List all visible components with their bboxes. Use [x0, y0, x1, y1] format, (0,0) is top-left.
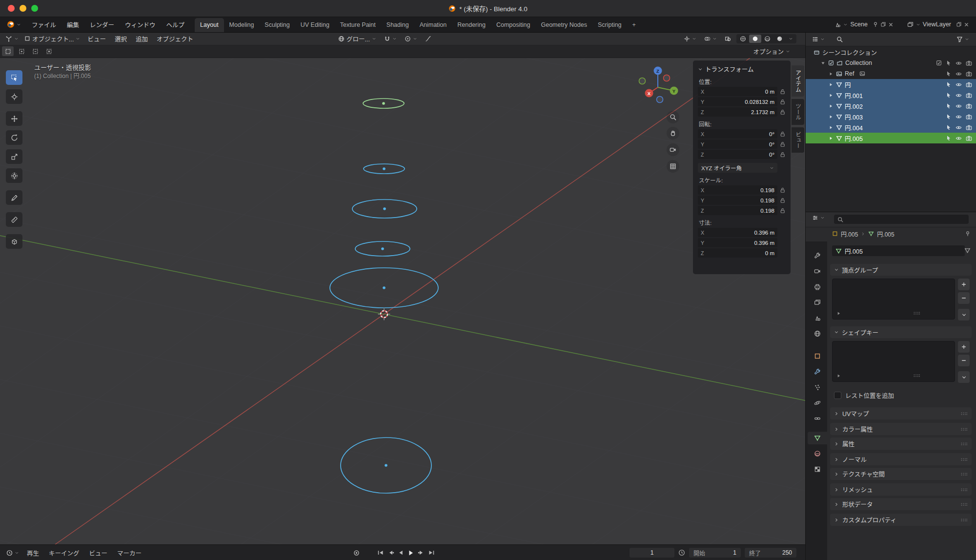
shading-options-button[interactable] — [786, 36, 796, 42]
select-mode-set[interactable] — [2, 46, 14, 56]
outliner-row-circle-001[interactable]: 円.001 — [806, 90, 976, 100]
visibility-eye-icon[interactable] — [956, 60, 962, 66]
outliner-search-button[interactable] — [834, 35, 845, 43]
workspace-tab-animation[interactable]: Animation — [414, 18, 452, 32]
disclosure-triangle-icon[interactable] — [828, 93, 834, 98]
lock-icon[interactable] — [779, 141, 786, 147]
circle-object-origin[interactable] — [382, 102, 385, 105]
selectability-cursor-icon[interactable] — [946, 81, 952, 87]
disclosure-triangle-icon[interactable] — [828, 103, 834, 109]
lock-icon[interactable] — [779, 99, 786, 105]
toggle-perspective-button[interactable] — [667, 160, 679, 173]
checkbox-icon[interactable] — [936, 60, 942, 66]
workspace-tab-uv-editing[interactable]: UV Editing — [295, 18, 335, 32]
scale-y-field[interactable]: Y0.198 — [698, 196, 777, 205]
frame-end-field[interactable]: 終了 250 — [745, 548, 796, 558]
jump-to-start-button[interactable] — [377, 550, 384, 556]
timeline-editor-type-button[interactable] — [4, 549, 21, 557]
outliner-editor-type-button[interactable] — [810, 35, 827, 43]
grip-icon[interactable] — [960, 427, 968, 432]
disclosure-triangle-icon[interactable] — [828, 114, 834, 120]
shape-key-specials-button[interactable] — [958, 371, 970, 383]
unlink-scene-button[interactable] — [888, 22, 894, 27]
show-gizmo-button[interactable] — [681, 35, 699, 43]
tool-scale[interactable] — [6, 149, 22, 164]
filter-expand-icon[interactable] — [836, 373, 841, 379]
render-camera-icon[interactable] — [966, 60, 972, 66]
workspace-tab-rendering[interactable]: Rendering — [452, 18, 491, 32]
tab-modifiers[interactable] — [808, 365, 827, 378]
grip-icon[interactable] — [960, 411, 968, 416]
menu-marker[interactable]: マーカー — [113, 548, 146, 558]
next-keyframe-button[interactable] — [418, 550, 425, 556]
disclosure-triangle-icon[interactable] — [828, 136, 834, 141]
vertex-group-specials-button[interactable] — [958, 309, 970, 320]
section-custom-properties[interactable]: カスタムプロパティ — [830, 514, 972, 526]
filter-expand-icon[interactable] — [836, 311, 841, 316]
menu-window[interactable]: ウィンドウ — [120, 17, 161, 32]
jump-to-end-button[interactable] — [428, 550, 435, 556]
tab-render[interactable] — [808, 265, 827, 278]
circle-object-origin[interactable] — [383, 207, 386, 210]
selectability-cursor-icon[interactable] — [946, 124, 952, 130]
render-camera-icon[interactable] — [966, 81, 972, 88]
rotation-y-field[interactable]: Y0° — [698, 140, 777, 149]
vertex-groups-list[interactable] — [832, 279, 955, 320]
proportional-editing-toggle[interactable] — [402, 35, 420, 43]
section-color-attributes[interactable]: カラー属性 — [830, 423, 972, 435]
workspace-tab-sculpting[interactable]: Sculpting — [259, 18, 295, 32]
menu-edit[interactable]: 編集 — [61, 17, 84, 32]
render-camera-icon[interactable] — [966, 135, 972, 141]
tool-select-box[interactable] — [6, 70, 22, 85]
sidebar-tab-tool[interactable]: ツール — [792, 99, 804, 125]
disclosure-triangle-icon[interactable] — [828, 71, 834, 77]
select-mode-invert[interactable] — [43, 46, 55, 56]
visibility-eye-icon[interactable] — [956, 114, 962, 120]
grip-icon[interactable] — [960, 487, 968, 492]
menu-help[interactable]: ヘルプ — [161, 17, 190, 32]
menu-add[interactable]: 追加 — [132, 32, 152, 45]
section-geometry-data[interactable]: 形状データ — [830, 498, 972, 510]
circle-object-origin[interactable] — [383, 286, 386, 289]
lock-icon[interactable] — [779, 187, 786, 193]
camera-view-button[interactable] — [667, 143, 679, 156]
menu-object[interactable]: オブジェクト — [153, 32, 197, 45]
vertex-groups-panel-header[interactable]: 頂点グループ — [830, 264, 972, 276]
workspace-tab-geometry-nodes[interactable]: Geometry Nodes — [535, 18, 592, 32]
add-workspace-button[interactable]: + — [627, 18, 641, 32]
sidebar-tab-view[interactable]: ビュー — [792, 127, 804, 153]
dimensions-y-field[interactable]: Y0.396 m — [698, 238, 777, 247]
outliner-row-scene-collection[interactable]: シーンコレクション — [806, 47, 976, 58]
outliner-row-ref[interactable]: Ref — [806, 68, 976, 79]
shape-keys-panel-header[interactable]: シェイプキー — [830, 326, 972, 338]
add-vertex-group-button[interactable] — [958, 279, 970, 290]
play-reverse-button[interactable] — [398, 550, 404, 556]
remove-vertex-group-button[interactable] — [958, 292, 970, 304]
editor-type-button[interactable] — [3, 34, 21, 43]
select-mode-subtract[interactable] — [29, 46, 41, 56]
grip-icon[interactable] — [913, 373, 920, 378]
selectability-cursor-icon[interactable] — [946, 71, 952, 77]
snap-toggle[interactable] — [382, 35, 399, 43]
tool-transform[interactable] — [6, 168, 22, 183]
properties-editor-type-button[interactable] — [810, 214, 827, 222]
location-z-field[interactable]: Z2.1732 m — [698, 107, 777, 117]
rotation-mode-select[interactable]: XYZ オイラー角 — [698, 163, 777, 173]
select-mode-extend[interactable] — [16, 46, 27, 56]
pin-icon[interactable] — [965, 231, 971, 237]
workspace-tab-texture-paint[interactable]: Texture Paint — [335, 18, 381, 32]
3d-viewport[interactable]: ユーザー・透視投影 (1) Collection | 円.005 Z Y X — [0, 58, 805, 544]
selectability-cursor-icon[interactable] — [946, 114, 952, 120]
breadcrumb-data[interactable]: 円.005 — [877, 230, 894, 238]
breadcrumb-object[interactable]: 円.005 — [841, 230, 858, 238]
tab-tool[interactable] — [808, 249, 827, 262]
visibility-eye-icon[interactable] — [956, 92, 962, 99]
menu-keying[interactable]: キーイング — [44, 548, 84, 558]
properties-search-field[interactable] — [834, 215, 969, 224]
workspace-tab-layout[interactable]: Layout — [195, 18, 224, 32]
menu-view[interactable]: ビュー — [83, 32, 110, 45]
selectability-cursor-icon[interactable] — [946, 60, 952, 66]
scene-selector[interactable]: Scene — [832, 20, 870, 29]
grip-icon[interactable] — [913, 311, 920, 316]
disclosure-triangle-icon[interactable] — [828, 125, 834, 130]
